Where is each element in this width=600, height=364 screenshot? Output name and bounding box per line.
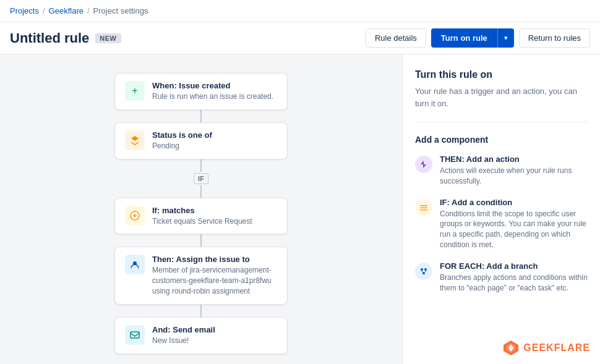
if-matches-icon bbox=[125, 206, 145, 226]
if-condition-desc: Conditions limit the scope to specific u… bbox=[440, 209, 588, 250]
new-badge: NEW bbox=[95, 33, 121, 43]
assign-icon bbox=[125, 255, 145, 274]
connector-if-bottom bbox=[200, 185, 202, 198]
header-right: Rule details Turn on rule ▾ Return to ru… bbox=[366, 28, 590, 48]
breadcrumb-geekflare[interactable]: Geekflare bbox=[49, 6, 84, 15]
svg-rect-3 bbox=[420, 205, 427, 206]
then-action-icon bbox=[415, 156, 432, 173]
assign-node[interactable]: Then: Assign the issue to Member of jira… bbox=[114, 247, 288, 304]
then-action-desc: Actions will execute when your rule runs… bbox=[440, 166, 588, 187]
rule-details-button[interactable]: Rule details bbox=[366, 28, 426, 48]
trigger-node[interactable]: + When: Issue created Rule is run when a… bbox=[114, 73, 288, 110]
page-title: Untitled rule bbox=[10, 30, 89, 46]
svg-rect-5 bbox=[420, 210, 427, 211]
if-condition-text: IF: Add a condition Conditions limit the… bbox=[440, 198, 588, 250]
assign-title: Then: Assign the issue to bbox=[152, 255, 277, 264]
svg-point-7 bbox=[424, 268, 427, 271]
then-action-text: THEN: Add an action Actions will execute… bbox=[440, 154, 588, 187]
send-email-node[interactable]: And: Send email New Issue! bbox=[114, 317, 288, 354]
if-matches-subtitle: Ticket equals Service Request bbox=[152, 216, 277, 227]
flow-container: + When: Issue created Rule is run when a… bbox=[25, 67, 377, 354]
connector-4 bbox=[200, 305, 202, 317]
for-each-text: FOR EACH: Add a branch Branches apply ac… bbox=[440, 261, 588, 294]
main-layout: + When: Issue created Rule is run when a… bbox=[0, 54, 600, 364]
connector-if-top bbox=[200, 159, 202, 172]
breadcrumb-projects[interactable]: Projects bbox=[10, 6, 39, 15]
brand-name: GEEKFLARE bbox=[523, 342, 590, 353]
component-then-action[interactable]: THEN: Add an action Actions will execute… bbox=[415, 154, 588, 187]
if-matches-node[interactable]: If: matches Ticket equals Service Reques… bbox=[114, 198, 288, 235]
status-icon bbox=[125, 130, 145, 150]
svg-rect-2 bbox=[131, 332, 139, 338]
turn-on-wrapper: Turn on rule ▾ bbox=[431, 28, 514, 48]
turn-on-desc: Your rule has a trigger and an action, y… bbox=[415, 85, 588, 109]
status-subtitle: Pending bbox=[152, 141, 277, 151]
trigger-title: When: Issue created bbox=[152, 81, 277, 90]
add-component-title: Add a component bbox=[415, 135, 588, 145]
if-matches-content: If: matches Ticket equals Service Reques… bbox=[152, 206, 277, 227]
trigger-subtitle: Rule is run when an issue is created. bbox=[152, 91, 277, 102]
assign-content: Then: Assign the issue to Member of jira… bbox=[152, 255, 277, 296]
connector-1 bbox=[200, 110, 202, 122]
status-condition-node[interactable]: Status is one of Pending bbox=[114, 122, 288, 159]
breadcrumb-current: Project settings bbox=[93, 6, 148, 15]
right-panel: Turn this rule on Your rule has a trigge… bbox=[402, 54, 600, 364]
breadcrumb: Projects / Geekflare / Project settings bbox=[0, 0, 600, 22]
branding: GEEKFLARE bbox=[502, 339, 590, 357]
component-if-condition[interactable]: IF: Add a condition Conditions limit the… bbox=[415, 198, 588, 250]
connector-3 bbox=[200, 234, 202, 247]
send-email-subtitle: New Issue! bbox=[152, 336, 277, 346]
turn-on-title: Turn this rule on bbox=[415, 69, 588, 80]
breadcrumb-sep-1: / bbox=[43, 6, 45, 15]
svg-rect-4 bbox=[420, 207, 427, 208]
if-matches-title: If: matches bbox=[152, 206, 277, 215]
assign-subtitle: Member of jira-servicemanagement-custome… bbox=[152, 265, 277, 296]
breadcrumb-sep-2: / bbox=[87, 6, 90, 15]
trigger-icon: + bbox=[125, 81, 145, 101]
if-badge: IF bbox=[194, 173, 208, 184]
return-to-rules-button[interactable]: Return to rules bbox=[519, 28, 590, 48]
status-title: Status is one of bbox=[152, 130, 277, 140]
trigger-content: When: Issue created Rule is run when an … bbox=[152, 81, 277, 102]
turn-on-button[interactable]: Turn on rule bbox=[431, 28, 497, 48]
then-action-name: THEN: Add an action bbox=[440, 154, 588, 164]
send-email-icon bbox=[125, 325, 145, 345]
status-content: Status is one of Pending bbox=[152, 130, 277, 151]
send-email-title: And: Send email bbox=[152, 325, 277, 334]
geekflare-logo bbox=[502, 339, 520, 357]
svg-point-6 bbox=[421, 268, 423, 271]
if-connector: IF bbox=[194, 159, 208, 198]
turn-on-dropdown-button[interactable]: ▾ bbox=[497, 28, 514, 48]
for-each-icon bbox=[415, 263, 432, 280]
for-each-desc: Branches apply actions and conditions wi… bbox=[440, 273, 588, 294]
header-bar: Untitled rule NEW Rule details Turn on r… bbox=[0, 22, 600, 54]
for-each-name: FOR EACH: Add a branch bbox=[440, 261, 588, 271]
if-condition-icon bbox=[415, 199, 432, 216]
if-condition-name: IF: Add a condition bbox=[440, 198, 588, 207]
send-email-content: And: Send email New Issue! bbox=[152, 325, 277, 346]
header-left: Untitled rule NEW bbox=[10, 30, 121, 46]
component-for-each[interactable]: FOR EACH: Add a branch Branches apply ac… bbox=[415, 261, 588, 294]
panel-divider bbox=[415, 122, 588, 122]
canvas: + When: Issue created Rule is run when a… bbox=[0, 54, 402, 364]
